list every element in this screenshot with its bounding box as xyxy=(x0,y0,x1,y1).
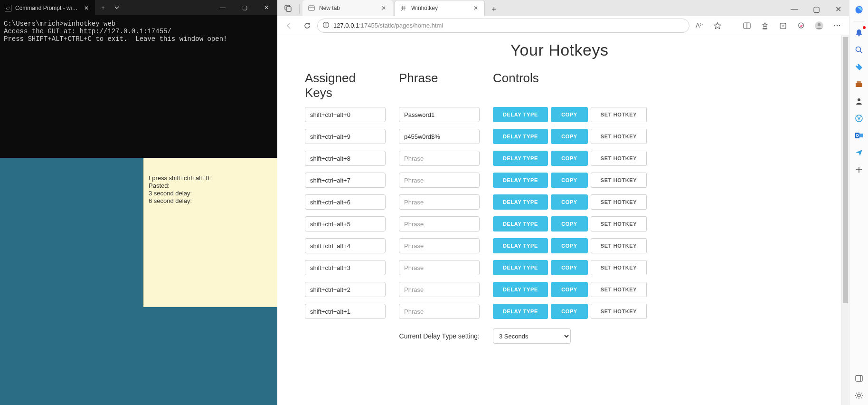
phrase-input[interactable] xyxy=(399,173,480,188)
terminal-dropdown-button[interactable] xyxy=(111,0,123,15)
assigned-key-input[interactable] xyxy=(305,260,386,275)
search-sidebar-icon[interactable] xyxy=(853,44,865,56)
delay-type-button[interactable]: DELAY TYPE xyxy=(493,216,548,231)
toolbox-icon[interactable] xyxy=(853,78,865,90)
tab-close-icon[interactable]: ✕ xyxy=(472,5,480,11)
settings-icon[interactable] xyxy=(853,390,865,401)
split-screen-button[interactable] xyxy=(739,18,755,33)
set-hotkey-button[interactable]: SET HOTKEY xyxy=(591,304,647,319)
terminal-close-button[interactable]: ✕ xyxy=(255,0,277,15)
delay-type-button[interactable]: DELAY TYPE xyxy=(493,304,548,319)
terminal-new-tab-button[interactable]: ＋ xyxy=(95,0,111,15)
notifications-icon[interactable] xyxy=(853,27,865,39)
copy-button[interactable]: COPY xyxy=(551,304,588,319)
tab-close-icon[interactable]: ✕ xyxy=(380,5,387,11)
terminal-tab[interactable]: c:\ Command Prompt - winhotke ✕ xyxy=(0,0,95,15)
set-hotkey-button[interactable]: SET HOTKEY xyxy=(591,129,647,144)
profile-button[interactable] xyxy=(811,18,827,33)
set-hotkey-button[interactable]: SET HOTKEY xyxy=(591,282,647,297)
new-tab-button[interactable]: ＋ xyxy=(487,2,501,16)
copilot-icon[interactable] xyxy=(853,4,865,15)
phrase-input[interactable] xyxy=(399,304,480,319)
delay-type-button[interactable]: DELAY TYPE xyxy=(493,129,548,144)
phrase-input[interactable] xyxy=(399,151,480,166)
set-hotkey-button[interactable]: SET HOTKEY xyxy=(591,194,647,210)
copy-button[interactable]: COPY xyxy=(551,282,588,297)
rewards-icon[interactable] xyxy=(853,113,865,124)
delay-type-button[interactable]: DELAY TYPE xyxy=(493,194,548,210)
set-hotkey-button[interactable]: SET HOTKEY xyxy=(591,238,647,253)
delay-type-button[interactable]: DELAY TYPE xyxy=(493,151,548,166)
assigned-key-input[interactable] xyxy=(305,129,386,144)
tab-actions-button[interactable] xyxy=(280,0,296,16)
terminal-minimize-button[interactable]: — xyxy=(212,0,234,15)
outlook-icon[interactable] xyxy=(853,130,865,141)
copy-button[interactable]: COPY xyxy=(551,260,588,275)
phrase-input[interactable] xyxy=(399,282,480,297)
phrase-input[interactable] xyxy=(399,194,480,210)
add-sidebar-icon[interactable] xyxy=(853,164,865,175)
phrase-input[interactable] xyxy=(399,107,480,122)
terminal-tab-title: Command Prompt - winhotke xyxy=(15,5,79,11)
terminal-tab-close-icon[interactable]: ✕ xyxy=(83,5,90,11)
copy-button[interactable]: COPY xyxy=(551,173,588,188)
assigned-key-input[interactable] xyxy=(305,151,386,166)
assigned-key-input[interactable] xyxy=(305,107,386,122)
copy-button[interactable]: COPY xyxy=(551,238,588,253)
browser-essentials-button[interactable] xyxy=(793,18,809,33)
sticky-note[interactable]: I press shift+ctrl+alt+0: Pasted: 3 seco… xyxy=(143,158,277,307)
assigned-key-input[interactable] xyxy=(305,194,386,210)
assigned-key-input[interactable] xyxy=(305,304,386,319)
phrase-input[interactable] xyxy=(399,238,480,253)
address-bar[interactable]: 127.0.0.1:17455/static/pages/home.html xyxy=(317,19,689,33)
set-hotkey-button[interactable]: SET HOTKEY xyxy=(591,151,647,166)
scrollbar-thumb[interactable] xyxy=(843,37,848,303)
terminal-titlebar[interactable]: c:\ Command Prompt - winhotke ✕ ＋ — ▢ ✕ xyxy=(0,0,277,15)
delay-type-select[interactable]: 3 Seconds xyxy=(493,328,571,344)
controls-group: DELAY TYPECOPYSET HOTKEY xyxy=(493,194,647,210)
phrase-input[interactable] xyxy=(399,216,480,231)
copy-button[interactable]: COPY xyxy=(551,107,588,122)
copy-button[interactable]: COPY xyxy=(551,194,588,210)
collections-button[interactable] xyxy=(775,18,791,33)
assigned-key-input[interactable] xyxy=(305,282,386,297)
send-icon[interactable] xyxy=(853,147,865,158)
back-button[interactable] xyxy=(281,18,297,33)
delay-type-button[interactable]: DELAY TYPE xyxy=(493,173,548,188)
delay-type-button[interactable]: DELAY TYPE xyxy=(493,282,548,297)
assigned-key-input[interactable] xyxy=(305,216,386,231)
favorites-list-button[interactable] xyxy=(757,18,773,33)
browser-tab-winhotkey[interactable]: 井 Winhotkey ✕ xyxy=(395,0,485,16)
person-icon[interactable] xyxy=(853,96,865,107)
browser-maximize-button[interactable]: ▢ xyxy=(805,2,827,16)
set-hotkey-button[interactable]: SET HOTKEY xyxy=(591,260,647,275)
favorite-button[interactable] xyxy=(709,18,726,33)
copy-button[interactable]: COPY xyxy=(551,129,588,144)
set-hotkey-button[interactable]: SET HOTKEY xyxy=(591,107,647,122)
delay-type-button[interactable]: DELAY TYPE xyxy=(493,107,548,122)
assigned-key-input[interactable] xyxy=(305,238,386,253)
more-menu-button[interactable] xyxy=(829,18,845,33)
copy-button[interactable]: COPY xyxy=(551,216,588,231)
terminal-output[interactable]: C:\Users\mrich>winhotkey web Access the … xyxy=(0,15,277,48)
set-hotkey-button[interactable]: SET HOTKEY xyxy=(591,173,647,188)
assigned-key-input[interactable] xyxy=(305,173,386,188)
read-aloud-button[interactable]: A⁾⁾ xyxy=(691,18,708,33)
delay-type-button[interactable]: DELAY TYPE xyxy=(493,260,548,275)
browser-minimize-button[interactable]: — xyxy=(783,2,805,16)
page-viewport[interactable]: Your Hotkeys Assigned Keys Phrase Contro… xyxy=(277,35,841,405)
svg-point-20 xyxy=(818,23,821,26)
delay-type-button[interactable]: DELAY TYPE xyxy=(493,238,548,253)
copy-button[interactable]: COPY xyxy=(551,151,588,166)
set-hotkey-button[interactable]: SET HOTKEY xyxy=(591,216,647,231)
browser-close-button[interactable]: ✕ xyxy=(827,2,849,16)
site-info-icon[interactable] xyxy=(322,21,330,30)
vertical-scrollbar[interactable] xyxy=(841,35,849,405)
phrase-input[interactable] xyxy=(399,260,480,275)
refresh-button[interactable] xyxy=(299,18,315,33)
terminal-maximize-button[interactable]: ▢ xyxy=(234,0,255,15)
shopping-tag-icon[interactable] xyxy=(853,61,865,73)
phrase-input[interactable] xyxy=(399,129,480,144)
browser-tab-new[interactable]: New tab ✕ xyxy=(302,0,393,16)
hide-sidebar-icon[interactable] xyxy=(853,373,865,384)
